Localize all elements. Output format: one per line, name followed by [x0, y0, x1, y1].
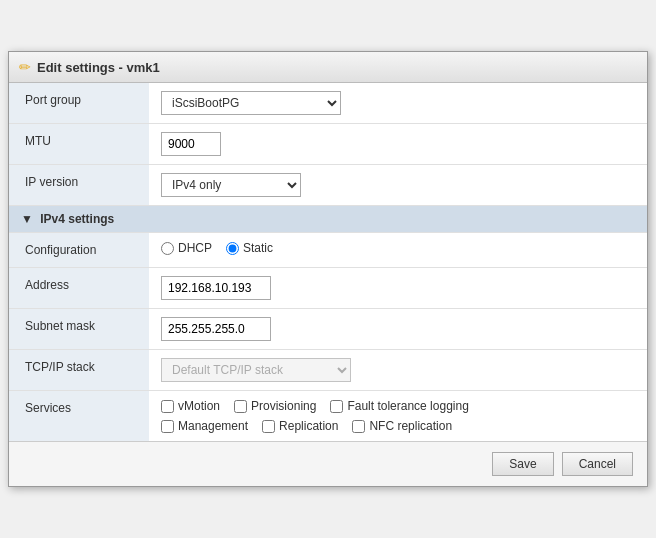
ft-logging-checkbox[interactable] — [330, 400, 343, 413]
services-row: Services vMotion Provisioning — [9, 391, 647, 442]
port-group-select[interactable]: iScsiBootPG — [161, 91, 341, 115]
mtu-label: MTU — [9, 124, 149, 165]
edit-settings-dialog: ✏ Edit settings - vmk1 Port group iScsiB… — [8, 51, 648, 487]
vmotion-label: vMotion — [178, 399, 220, 413]
services-line-1: vMotion Provisioning Fault tolerance log… — [161, 399, 635, 413]
port-group-row: Port group iScsiBootPG — [9, 83, 647, 124]
dhcp-option[interactable]: DHCP — [161, 241, 212, 255]
ip-version-label: IP version — [9, 165, 149, 206]
services-label: Services — [9, 391, 149, 442]
tcp-stack-select[interactable]: Default TCP/IP stack — [161, 358, 351, 382]
subnet-input[interactable] — [161, 317, 271, 341]
replication-label: Replication — [279, 419, 338, 433]
port-group-label: Port group — [9, 83, 149, 124]
ipv4-section-header: ▼ IPv4 settings — [9, 206, 647, 233]
dhcp-radio[interactable] — [161, 242, 174, 255]
ip-version-select[interactable]: IPv4 only IPv6 only IPv4 and IPv6 — [161, 173, 301, 197]
configuration-value-cell: DHCP Static — [149, 233, 647, 268]
vmotion-option[interactable]: vMotion — [161, 399, 220, 413]
save-button[interactable]: Save — [492, 452, 553, 476]
address-input[interactable] — [161, 276, 271, 300]
vmotion-checkbox[interactable] — [161, 400, 174, 413]
address-value-cell — [149, 268, 647, 309]
ipv4-toggle-icon[interactable]: ▼ — [21, 212, 33, 226]
services-value-cell: vMotion Provisioning Fault tolerance log… — [149, 391, 647, 442]
dialog-title: Edit settings - vmk1 — [37, 60, 160, 75]
mtu-input[interactable] — [161, 132, 221, 156]
ipv4-section-label: ▼ IPv4 settings — [9, 206, 647, 233]
address-label: Address — [9, 268, 149, 309]
nfc-replication-option[interactable]: NFC replication — [352, 419, 452, 433]
provisioning-checkbox[interactable] — [234, 400, 247, 413]
mtu-value-cell — [149, 124, 647, 165]
cancel-button[interactable]: Cancel — [562, 452, 633, 476]
form-table: Port group iScsiBootPG MTU — [9, 83, 647, 441]
static-option[interactable]: Static — [226, 241, 273, 255]
dialog-footer: Save Cancel — [9, 441, 647, 486]
static-radio[interactable] — [226, 242, 239, 255]
port-group-value-cell: iScsiBootPG — [149, 83, 647, 124]
dialog-body: Port group iScsiBootPG MTU — [9, 83, 647, 441]
tcp-stack-row: TCP/IP stack Default TCP/IP stack — [9, 350, 647, 391]
replication-option[interactable]: Replication — [262, 419, 338, 433]
ft-logging-option[interactable]: Fault tolerance logging — [330, 399, 468, 413]
subnet-row: Subnet mask — [9, 309, 647, 350]
tcp-stack-value-cell: Default TCP/IP stack — [149, 350, 647, 391]
address-row: Address — [9, 268, 647, 309]
services-container: vMotion Provisioning Fault tolerance log… — [161, 399, 635, 433]
management-option[interactable]: Management — [161, 419, 248, 433]
provisioning-option[interactable]: Provisioning — [234, 399, 316, 413]
dialog-header: ✏ Edit settings - vmk1 — [9, 52, 647, 83]
management-label: Management — [178, 419, 248, 433]
configuration-label: Configuration — [9, 233, 149, 268]
configuration-row: Configuration DHCP Static — [9, 233, 647, 268]
replication-checkbox[interactable] — [262, 420, 275, 433]
nfc-replication-checkbox[interactable] — [352, 420, 365, 433]
mtu-row: MTU — [9, 124, 647, 165]
tcp-stack-label: TCP/IP stack — [9, 350, 149, 391]
ip-version-value-cell: IPv4 only IPv6 only IPv4 and IPv6 — [149, 165, 647, 206]
subnet-label: Subnet mask — [9, 309, 149, 350]
provisioning-label: Provisioning — [251, 399, 316, 413]
services-line-2: Management Replication NFC replication — [161, 419, 635, 433]
edit-icon: ✏ — [19, 59, 31, 75]
ip-version-row: IP version IPv4 only IPv6 only IPv4 and … — [9, 165, 647, 206]
nfc-replication-label: NFC replication — [369, 419, 452, 433]
dhcp-label: DHCP — [178, 241, 212, 255]
subnet-value-cell — [149, 309, 647, 350]
configuration-radio-group: DHCP Static — [161, 241, 635, 255]
static-label: Static — [243, 241, 273, 255]
ft-logging-label: Fault tolerance logging — [347, 399, 468, 413]
management-checkbox[interactable] — [161, 420, 174, 433]
